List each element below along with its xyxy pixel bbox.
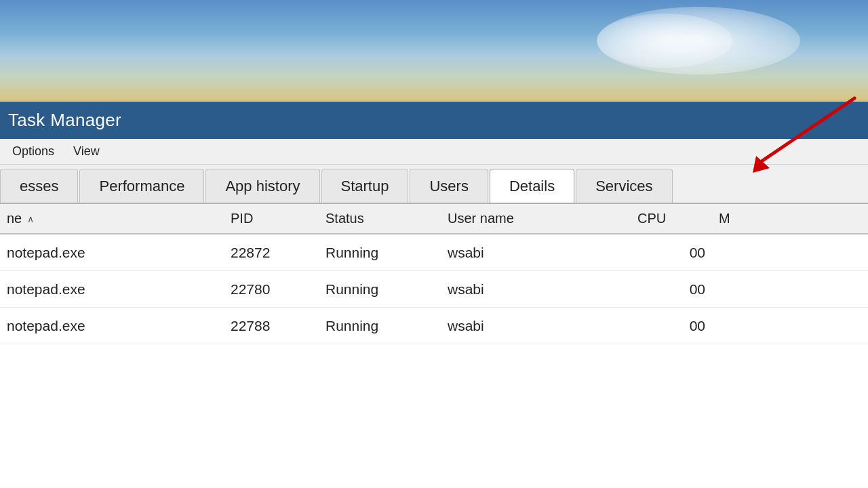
cell-cpu-2: 00 [637,281,719,298]
tab-users-label: Users [429,178,468,195]
menu-bar: Options View [0,139,868,165]
desktop-background [0,0,868,108]
tab-services-label: Services [595,178,652,195]
tab-users[interactable]: Users [410,169,488,203]
tab-details[interactable]: Details [490,169,574,203]
menu-view[interactable]: View [64,140,109,163]
cloud-decoration-2 [597,14,732,68]
cell-pid-3: 22788 [231,318,326,334]
cell-username-1: wsabi [448,245,637,261]
cell-username-3: wsabi [448,318,637,334]
tab-performance-label: Performance [99,178,184,195]
column-status-label: Status [326,211,364,226]
cell-pid-1: 22872 [231,245,326,261]
table-row[interactable]: notepad.exe 22788 Running wsabi 00 [0,308,868,344]
column-username-label: User name [448,211,514,226]
table-header: ne ∧ PID Status User name CPU M [0,204,868,235]
column-pid-label: PID [231,211,253,226]
column-cpu-label: CPU [637,211,666,226]
cell-status-1: Running [326,245,448,261]
window-title: Task Manager [8,110,121,131]
column-pid[interactable]: PID [231,211,326,226]
tab-app-history[interactable]: App history [205,169,319,203]
column-status[interactable]: Status [326,211,448,226]
column-cpu[interactable]: CPU [637,211,719,226]
tabs-bar: esses Performance App history Startup Us… [0,165,868,204]
task-manager-window: Task Manager Options View esses Performa… [0,102,868,488]
tab-startup-label: Startup [341,178,389,195]
column-mem[interactable]: M [719,211,868,226]
cell-name-1: notepad.exe [0,245,231,261]
column-username[interactable]: User name [448,211,637,226]
tab-processes-label: esses [20,178,58,195]
tab-services[interactable]: Services [576,169,672,203]
column-name[interactable]: ne ∧ [0,211,231,226]
cell-name-3: notepad.exe [0,318,231,334]
tab-details-label: Details [509,178,555,195]
cell-username-2: wsabi [448,281,637,298]
content-area: ne ∧ PID Status User name CPU M notepad.… [0,204,868,488]
cell-cpu-1: 00 [637,245,719,261]
tab-startup[interactable]: Startup [321,169,409,203]
sort-arrow-icon: ∧ [27,214,34,224]
table-row[interactable]: notepad.exe 22780 Running wsabi 00 [0,271,868,308]
cell-pid-2: 22780 [231,281,326,298]
cell-cpu-3: 00 [637,318,719,334]
tab-processes[interactable]: esses [0,169,78,203]
menu-options[interactable]: Options [3,140,64,163]
tab-app-history-label: App history [225,178,300,195]
column-name-label: ne [7,211,22,226]
column-mem-label: M [719,211,730,226]
table-row[interactable]: notepad.exe 22872 Running wsabi 00 [0,235,868,271]
tab-performance[interactable]: Performance [79,169,204,203]
title-bar: Task Manager [0,102,868,139]
cell-status-3: Running [326,318,448,334]
cell-status-2: Running [326,281,448,298]
cell-name-2: notepad.exe [0,281,231,298]
